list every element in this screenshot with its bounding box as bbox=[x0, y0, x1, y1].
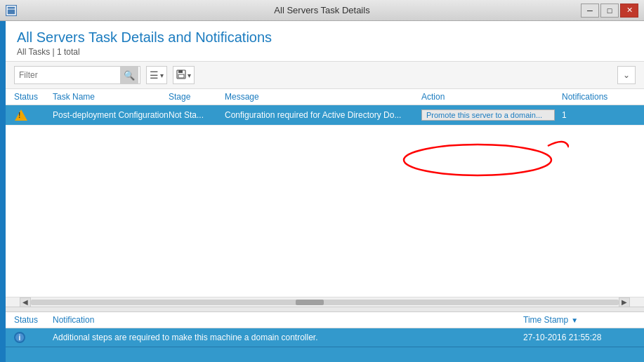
list-view-button[interactable]: ☰ ▾ bbox=[146, 66, 167, 84]
save-button[interactable]: ▾ bbox=[173, 66, 195, 84]
col-header-action: Action bbox=[421, 92, 562, 102]
svg-rect-3 bbox=[178, 70, 183, 73]
col-header-message: Message bbox=[225, 92, 421, 102]
lower-table-container: Status Notification Time Stamp ▼ i Addit… bbox=[6, 312, 644, 347]
col-header-notifications: Notifications bbox=[562, 92, 625, 102]
maximize-button[interactable]: □ bbox=[600, 4, 619, 18]
row-status bbox=[14, 109, 53, 121]
list-chevron-icon: ▾ bbox=[160, 72, 164, 79]
upper-table-header: Status Task Name Stage Message Action No… bbox=[6, 89, 644, 105]
filter-input[interactable] bbox=[15, 67, 120, 83]
content-area: All Servers Task Details and Notificatio… bbox=[6, 21, 644, 362]
svg-rect-4 bbox=[178, 74, 184, 78]
triangle-shape bbox=[15, 109, 27, 121]
table-row: Post-deployment Configuration Not Sta...… bbox=[6, 105, 644, 126]
row-action: Promote this server to a domain... bbox=[421, 109, 562, 121]
collapse-button[interactable]: ⌄ bbox=[617, 66, 636, 84]
lower-row-timestamp: 27-10-2016 21:55:28 bbox=[523, 333, 636, 342]
scrollbar-thumb[interactable] bbox=[296, 300, 324, 305]
list-icon: ☰ bbox=[150, 69, 159, 81]
save-chevron-icon: ▾ bbox=[188, 72, 191, 79]
scrollbar-track[interactable] bbox=[31, 300, 619, 305]
horizontal-scrollbar[interactable]: ◀ ▶ bbox=[6, 297, 644, 307]
scroll-left-arrow[interactable]: ◀ bbox=[20, 297, 31, 307]
minimize-button[interactable]: ─ bbox=[581, 4, 599, 18]
all-tasks-link[interactable]: All Tasks bbox=[17, 47, 50, 57]
scroll-right-arrow[interactable]: ▶ bbox=[619, 297, 630, 307]
section-divider bbox=[6, 307, 644, 312]
left-accent-bar bbox=[0, 21, 6, 362]
page-title: All Servers Task Details and Notificatio… bbox=[17, 29, 633, 46]
info-icon: i bbox=[14, 332, 25, 343]
toolbar-right: ⌄ bbox=[617, 66, 636, 84]
window-controls: ─ □ ✕ bbox=[581, 4, 638, 18]
row-stage: Not Sta... bbox=[169, 110, 225, 120]
upper-table-container: Status Task Name Stage Message Action No… bbox=[6, 89, 644, 307]
lower-table-row: i Additional steps are required to make … bbox=[6, 328, 644, 347]
status-bar bbox=[6, 347, 644, 362]
upper-table-body: Post-deployment Configuration Not Sta...… bbox=[6, 105, 644, 297]
timestamp-label: Time Stamp bbox=[523, 315, 568, 325]
window-icon bbox=[6, 5, 17, 16]
page-header: All Servers Task Details and Notificatio… bbox=[6, 21, 644, 61]
row-taskname: Post-deployment Configuration bbox=[53, 110, 169, 120]
filter-box: 🔍 bbox=[14, 66, 140, 84]
row-notifications: 1 bbox=[562, 110, 625, 120]
lower-table-header: Status Notification Time Stamp ▼ bbox=[6, 312, 644, 328]
toolbar: 🔍 ☰ ▾ ▾ ⌄ bbox=[6, 61, 644, 89]
svg-rect-0 bbox=[7, 6, 15, 15]
title-bar: All Servers Task Details ─ □ ✕ bbox=[0, 0, 644, 21]
subtitle-count: 1 total bbox=[57, 47, 80, 57]
row-message: Configuration required for Active Direct… bbox=[225, 110, 421, 120]
lower-row-notification: Additional steps are required to make th… bbox=[53, 333, 523, 342]
action-link[interactable]: Promote this server to a domain... bbox=[421, 109, 555, 121]
warning-icon bbox=[14, 109, 28, 121]
close-button[interactable]: ✕ bbox=[620, 4, 638, 18]
lower-col-header-status: Status bbox=[14, 315, 53, 325]
main-window: All Servers Task Details and Notificatio… bbox=[0, 21, 644, 362]
lower-row-status: i bbox=[14, 332, 53, 343]
sort-down-icon: ▼ bbox=[571, 316, 578, 324]
window-title: All Servers Task Details bbox=[274, 5, 369, 15]
col-header-stage: Stage bbox=[169, 92, 225, 102]
filter-search-button[interactable]: 🔍 bbox=[120, 66, 138, 84]
lower-col-header-timestamp[interactable]: Time Stamp ▼ bbox=[523, 315, 636, 325]
col-header-status: Status bbox=[14, 92, 53, 102]
page-subtitle: All Tasks | 1 total bbox=[17, 47, 633, 57]
col-header-taskname: Task Name bbox=[53, 92, 169, 102]
subtitle-sep: | bbox=[50, 47, 57, 57]
lower-col-header-notification: Notification bbox=[53, 315, 523, 325]
save-icon bbox=[176, 69, 186, 81]
